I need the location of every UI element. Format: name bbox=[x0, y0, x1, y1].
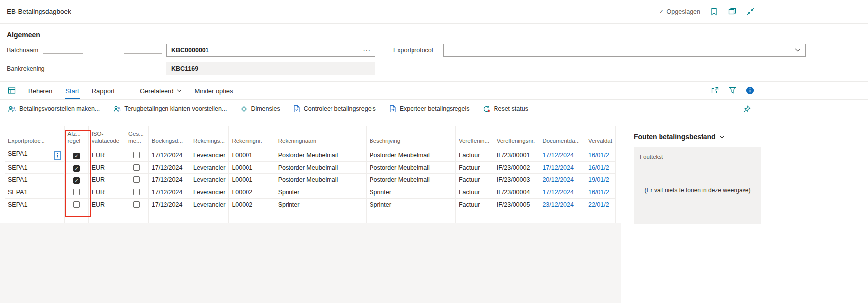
table-row[interactable]: SEPA1✓EUR17/12/2024LeverancierL00001Post… bbox=[5, 161, 616, 173]
cell-boekingsdatum[interactable]: 17/12/2024 bbox=[148, 173, 190, 186]
cell-exportprotocol[interactable]: SEPA1 bbox=[5, 173, 64, 186]
row-options-icon[interactable]: ⋮ bbox=[54, 151, 61, 160]
dimensions-button[interactable]: Dimensies bbox=[240, 105, 280, 113]
cell-vervaldatum[interactable]: 19/01/2 bbox=[585, 173, 615, 186]
cell-beschrijving[interactable]: Postorder Meubelmail bbox=[367, 149, 456, 161]
reset-status-button[interactable]: Reset status bbox=[483, 105, 528, 113]
checkbox-unchecked[interactable] bbox=[133, 164, 140, 171]
cell-afz_regel[interactable]: ✓ bbox=[64, 173, 88, 186]
cell-rekeningsoort[interactable]: Leverancier bbox=[190, 198, 229, 211]
cell-rekeningnr[interactable]: L00001 bbox=[229, 161, 275, 173]
tab-rapport[interactable]: Rapport bbox=[91, 83, 115, 99]
cell-exportprotocol[interactable]: SEPA1 bbox=[5, 198, 64, 211]
tab-beheren[interactable]: Beheren bbox=[28, 83, 53, 99]
factbox-title[interactable]: Fouten betalingsbestand bbox=[634, 133, 868, 141]
cell-ges_me[interactable] bbox=[125, 186, 149, 198]
cell-rekeningnaam[interactable]: Postorder Meubelmail bbox=[275, 161, 366, 173]
suggest-refunds-button[interactable]: Terugbetalingen klanten voorstellen... bbox=[113, 105, 227, 113]
exportprotocol-input[interactable] bbox=[443, 44, 806, 57]
date-link[interactable]: 17/12/2024 bbox=[542, 189, 574, 196]
cell-boekingsdatum[interactable]: 17/12/2024 bbox=[148, 198, 190, 211]
cell-iso_valutacode[interactable]: EUR bbox=[88, 186, 125, 198]
check-payment-lines-button[interactable]: Controleer betalingsregels bbox=[293, 105, 376, 113]
cell-vereffeningssoort[interactable]: Factuur bbox=[455, 149, 494, 161]
column-header-iso_valutacode[interactable]: ISO- valutacode bbox=[88, 126, 125, 149]
cell-documentdatum[interactable]: 23/12/2024 bbox=[539, 198, 585, 211]
cell-beschrijving[interactable]: Sprinter bbox=[367, 186, 456, 198]
cell-rekeningnaam[interactable]: Sprinter bbox=[275, 198, 366, 211]
cell-vereffeningsnr[interactable]: IF/23/00003 bbox=[494, 173, 539, 186]
column-header-vervaldatum[interactable]: Vervaldat bbox=[585, 126, 615, 149]
cell-beschrijving[interactable]: Postorder Meubelmail bbox=[367, 173, 456, 186]
cell-rekeningsoort[interactable]: Leverancier bbox=[190, 186, 229, 198]
table-row[interactable]: SEPA1✓EUR17/12/2024LeverancierL00001Post… bbox=[5, 173, 616, 186]
assist-edit-button[interactable]: ··· bbox=[363, 47, 371, 54]
suggest-payments-button[interactable]: Betalingsvoorstellen maken... bbox=[8, 105, 100, 113]
info-icon[interactable] bbox=[746, 87, 754, 95]
journal-grid-icon[interactable] bbox=[8, 87, 16, 94]
bookmark-icon[interactable] bbox=[711, 8, 717, 16]
cell-boekingsdatum[interactable]: 17/12/2024 bbox=[148, 149, 190, 161]
cell-afz_regel[interactable] bbox=[64, 198, 88, 211]
cell-afz_regel[interactable]: ✓ bbox=[64, 149, 88, 161]
fouttekst-column-header[interactable]: Fouttekst bbox=[634, 147, 761, 160]
cell-documentdatum[interactable]: 17/12/2024 bbox=[539, 186, 585, 198]
checkbox-unchecked[interactable] bbox=[133, 176, 140, 183]
collapse-icon[interactable] bbox=[747, 8, 754, 15]
cell-vervaldatum[interactable]: 22/01/2 bbox=[585, 198, 615, 211]
cell-exportprotocol[interactable]: SEPA1⋮ bbox=[5, 149, 64, 161]
cell-ges_me[interactable] bbox=[125, 161, 149, 173]
cell-vereffeningssoort[interactable]: Factuur bbox=[455, 198, 494, 211]
cell-boekingsdatum[interactable]: 17/12/2024 bbox=[148, 186, 190, 198]
cell-exportprotocol[interactable]: SEPA1 bbox=[5, 186, 64, 198]
date-link[interactable]: 16/01/2 bbox=[588, 189, 609, 196]
export-payment-lines-button[interactable]: Exporteer betalingsregels bbox=[389, 105, 470, 113]
open-in-window-icon[interactable] bbox=[728, 8, 736, 15]
cell-vereffeningssoort[interactable]: Factuur bbox=[455, 173, 494, 186]
checkbox-unchecked[interactable] bbox=[73, 189, 80, 195]
column-header-afz_regel[interactable]: Afz... regel bbox=[64, 126, 88, 149]
column-header-beschrijving[interactable]: Beschrijving bbox=[367, 126, 456, 149]
cell-iso_valutacode[interactable]: EUR bbox=[88, 161, 125, 173]
cell-beschrijving[interactable]: Postorder Meubelmail bbox=[367, 161, 456, 173]
cell-vervaldatum[interactable]: 16/01/2 bbox=[585, 149, 615, 161]
cell-documentdatum[interactable]: 17/12/2024 bbox=[539, 161, 585, 173]
column-header-rekeningsoort[interactable]: Rekenings... bbox=[190, 126, 229, 149]
date-link[interactable]: 16/01/2 bbox=[588, 152, 609, 159]
checkbox-checked[interactable]: ✓ bbox=[73, 153, 80, 159]
cell-vervaldatum[interactable]: 16/01/2 bbox=[585, 186, 615, 198]
share-icon[interactable] bbox=[711, 87, 719, 94]
cell-afz_regel[interactable] bbox=[64, 186, 88, 198]
checkbox-checked[interactable]: ✓ bbox=[73, 177, 80, 184]
checkbox-unchecked[interactable] bbox=[133, 201, 140, 208]
cell-afz_regel[interactable]: ✓ bbox=[64, 161, 88, 173]
batchnaam-input[interactable]: KBC0000001 ··· bbox=[166, 44, 375, 57]
cell-ges_me[interactable] bbox=[125, 198, 149, 211]
column-header-exportprotocol[interactable]: Exportprotoc... bbox=[5, 126, 64, 149]
cell-rekeningsoort[interactable]: Leverancier bbox=[190, 149, 229, 161]
cell-rekeningnaam[interactable]: Sprinter bbox=[275, 186, 366, 198]
cell-documentdatum[interactable]: 17/12/2024 bbox=[539, 149, 585, 161]
pin-icon[interactable] bbox=[744, 105, 751, 113]
column-header-ges_me[interactable]: Ges... me... bbox=[125, 126, 149, 149]
cell-vervaldatum[interactable]: 16/01/2 bbox=[585, 161, 615, 173]
cell-boekingsdatum[interactable]: 17/12/2024 bbox=[148, 161, 190, 173]
tab-start[interactable]: Start bbox=[65, 83, 79, 99]
tab-minder-opties[interactable]: Minder opties bbox=[194, 83, 234, 99]
dropdown-chevron-icon[interactable] bbox=[795, 48, 801, 52]
cell-iso_valutacode[interactable]: EUR bbox=[88, 149, 125, 161]
cell-rekeningnr[interactable]: L00001 bbox=[229, 173, 275, 186]
cell-rekeningsoort[interactable]: Leverancier bbox=[190, 173, 229, 186]
date-link[interactable]: 19/01/2 bbox=[588, 176, 609, 183]
cell-rekeningnaam[interactable]: Postorder Meubelmail bbox=[275, 173, 366, 186]
cell-vereffeningsnr[interactable]: IF/23/00002 bbox=[494, 161, 539, 173]
column-header-documentdatum[interactable]: Documentda... bbox=[539, 126, 585, 149]
cell-documentdatum[interactable]: 20/12/2024 bbox=[539, 173, 585, 186]
cell-iso_valutacode[interactable]: EUR bbox=[88, 173, 125, 186]
table-row[interactable]: SEPA1EUR17/12/2024LeverancierL00002Sprin… bbox=[5, 198, 616, 211]
table-row[interactable]: SEPA1EUR17/12/2024LeverancierL00002Sprin… bbox=[5, 186, 616, 198]
date-link[interactable]: 22/01/2 bbox=[588, 201, 609, 208]
cell-ges_me[interactable] bbox=[125, 149, 149, 161]
cell-rekeningnr[interactable]: L00002 bbox=[229, 186, 275, 198]
tab-gerelateerd[interactable]: Gerelateerd bbox=[139, 83, 182, 99]
